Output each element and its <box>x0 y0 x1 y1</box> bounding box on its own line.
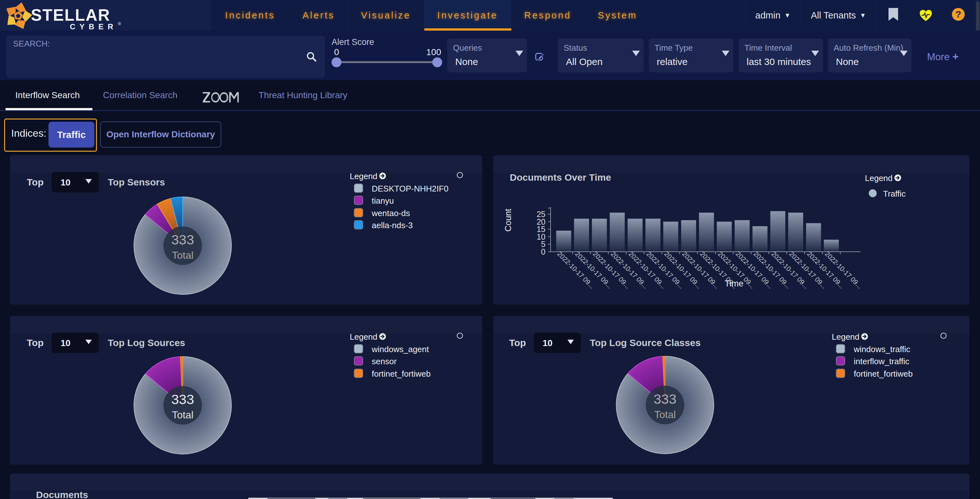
svg-text:STELLAR: STELLAR <box>31 6 110 24</box>
svg-text:Count: Count <box>503 208 513 232</box>
svg-text:CYBER: CYBER <box>70 22 117 30</box>
svg-text:?: ? <box>955 9 961 19</box>
svg-text:®: ® <box>118 21 121 26</box>
svg-text:Total: Total <box>654 409 676 420</box>
svg-text:Total: Total <box>172 409 194 421</box>
svg-text:333: 333 <box>171 392 194 407</box>
svg-text:333: 333 <box>654 391 676 407</box>
svg-text:Time: Time <box>725 279 743 288</box>
svg-text:25: 25 <box>536 210 546 219</box>
svg-text:Total: Total <box>172 249 194 261</box>
svg-text:333: 333 <box>171 232 194 247</box>
